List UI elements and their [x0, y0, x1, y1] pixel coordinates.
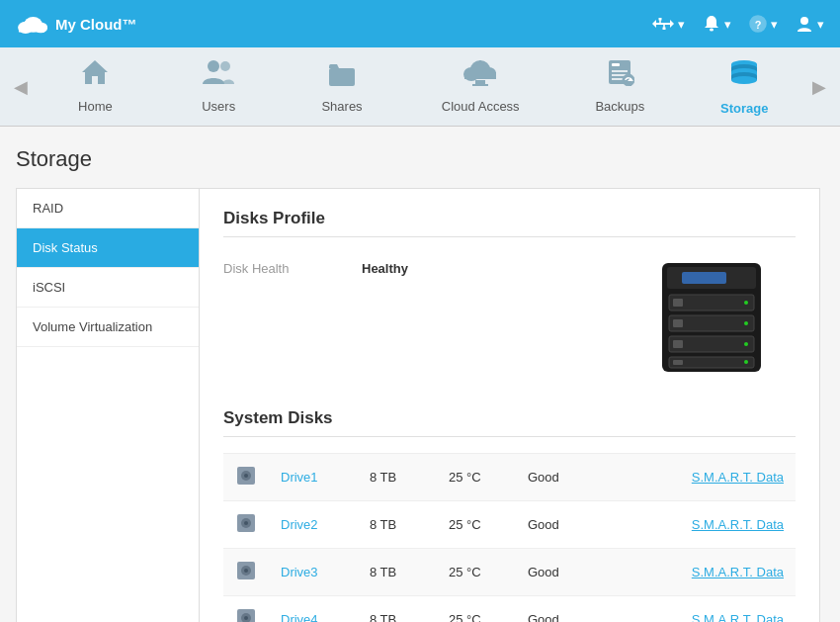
svg-rect-52: [673, 340, 683, 348]
drive-temp: 25 °C: [437, 596, 516, 623]
nav-right-arrow[interactable]: ▶: [806, 76, 832, 98]
drive-icon: [235, 512, 257, 534]
sidebar-item-raid[interactable]: RAID: [17, 189, 199, 228]
svg-rect-10: [663, 28, 666, 31]
backups-svg: [605, 58, 634, 86]
svg-rect-24: [472, 84, 488, 86]
disks-profile-section: Disks Profile Disk Health Healthy: [223, 209, 796, 385]
users-svg: [202, 58, 235, 86]
cloud-access-icon: [462, 58, 499, 93]
home-icon: [80, 58, 110, 93]
tab-users-label: Users: [202, 99, 235, 114]
nas-device-image: [647, 253, 776, 385]
svg-point-61: [244, 474, 248, 478]
drive-icon: [235, 607, 257, 622]
disks-profile-title: Disks Profile: [223, 209, 796, 237]
svg-point-56: [744, 321, 748, 325]
svg-point-14: [800, 17, 808, 25]
cloud-logo-icon: [16, 14, 47, 34]
disk-profile-content: Disk Health Healthy: [223, 253, 796, 385]
backups-icon: [605, 58, 634, 93]
disk-health-value: Healthy: [362, 261, 408, 276]
nas-svg: [647, 253, 776, 382]
smart-data-link[interactable]: S.M.A.R.T. Data: [692, 565, 784, 579]
user-icon: [796, 15, 813, 33]
tab-shares[interactable]: Shares: [302, 50, 381, 124]
svg-rect-22: [464, 72, 496, 79]
tab-backups[interactable]: Backups: [579, 50, 660, 124]
svg-point-55: [744, 301, 748, 305]
bell-icon: [703, 15, 720, 33]
header-right: ▾ ▾ ? ▾ ▾: [652, 15, 824, 33]
table-row: Drive1 8 TB 25 °C Good S.M.A.R.T. Data: [223, 454, 796, 501]
disk-health-label: Disk Health: [223, 261, 322, 276]
drive-size: 8 TB: [358, 549, 437, 596]
tab-home-label: Home: [78, 99, 113, 114]
drive-temp: 25 °C: [437, 454, 516, 501]
svg-text:?: ?: [755, 19, 762, 31]
cloud-access-svg: [462, 58, 499, 86]
disks-table: Drive1 8 TB 25 °C Good S.M.A.R.T. Data D…: [223, 453, 796, 622]
tab-storage-label: Storage: [720, 101, 768, 116]
usb-icon: [652, 16, 674, 32]
users-icon: [202, 58, 235, 93]
tab-home[interactable]: Home: [55, 50, 134, 124]
storage-svg: [729, 58, 759, 88]
svg-rect-18: [329, 68, 355, 86]
help-button[interactable]: ? ▾: [749, 15, 778, 33]
svg-marker-5: [670, 20, 674, 28]
smart-data-link-cell: S.M.A.R.T. Data: [595, 454, 796, 501]
bell-button[interactable]: ▾: [703, 15, 731, 33]
usb-dropdown-arrow: ▾: [678, 17, 685, 32]
nav-left-arrow[interactable]: ◀: [8, 76, 34, 98]
disk-health-row: Disk Health Healthy: [223, 261, 408, 276]
nav-tabs: Home Users Shares: [34, 50, 806, 124]
drive-link[interactable]: Drive1: [281, 470, 318, 485]
help-dropdown-arrow: ▾: [771, 17, 778, 32]
tab-cloud-access[interactable]: Cloud Access: [426, 50, 536, 124]
svg-point-58: [744, 360, 748, 364]
smart-data-link-cell: S.M.A.R.T. Data: [595, 501, 796, 549]
svg-point-64: [244, 521, 248, 525]
sidebar-item-disk-status[interactable]: Disk Status: [17, 228, 199, 268]
sidebar-item-iscsi[interactable]: iSCSI: [17, 268, 199, 308]
smart-data-link-cell: S.M.A.R.T. Data: [595, 596, 796, 623]
tab-cloud-access-label: Cloud Access: [442, 99, 520, 114]
table-row: Drive3 8 TB 25 °C Good S.M.A.R.T. Data: [223, 549, 796, 596]
logo: My Cloud™: [16, 14, 137, 34]
tab-shares-label: Shares: [321, 99, 362, 114]
svg-rect-50: [673, 319, 683, 327]
tab-users[interactable]: Users: [179, 50, 258, 124]
svg-point-11: [710, 29, 714, 32]
svg-point-16: [208, 60, 219, 72]
usb-button[interactable]: ▾: [652, 16, 685, 32]
svg-point-57: [744, 342, 748, 346]
drive-link[interactable]: Drive2: [281, 517, 318, 532]
drive-status: Good: [516, 549, 595, 596]
svg-point-67: [244, 569, 248, 573]
help-icon: ?: [749, 15, 767, 33]
smart-data-link-cell: S.M.A.R.T. Data: [595, 549, 796, 596]
drive-temp: 25 °C: [437, 549, 516, 596]
drive-icon: [235, 560, 257, 581]
drive-status: Good: [516, 454, 595, 501]
svg-rect-9: [659, 18, 662, 21]
smart-data-link[interactable]: S.M.A.R.T. Data: [692, 612, 784, 622]
page-content: Storage RAID Disk Status iSCSI Volume Vi…: [0, 127, 840, 622]
svg-rect-3: [19, 26, 44, 32]
smart-data-link[interactable]: S.M.A.R.T. Data: [692, 470, 784, 485]
tab-storage[interactable]: Storage: [705, 50, 784, 124]
drive-link[interactable]: Drive4: [281, 612, 318, 622]
sidebar-item-volume-virtualization[interactable]: Volume Virtualization: [17, 308, 199, 347]
sidebar: RAID Disk Status iSCSI Volume Virtualiza…: [17, 189, 200, 622]
bell-dropdown-arrow: ▾: [724, 17, 731, 32]
smart-data-link[interactable]: S.M.A.R.T. Data: [692, 517, 784, 532]
user-dropdown-arrow: ▾: [817, 17, 824, 32]
home-svg: [80, 58, 110, 86]
logo-text: My Cloud™: [55, 16, 137, 33]
user-button[interactable]: ▾: [796, 15, 824, 33]
svg-rect-54: [673, 360, 683, 365]
drive-link[interactable]: Drive3: [281, 565, 318, 579]
system-disks-title: System Disks: [223, 408, 796, 437]
storage-icon: [729, 58, 759, 95]
